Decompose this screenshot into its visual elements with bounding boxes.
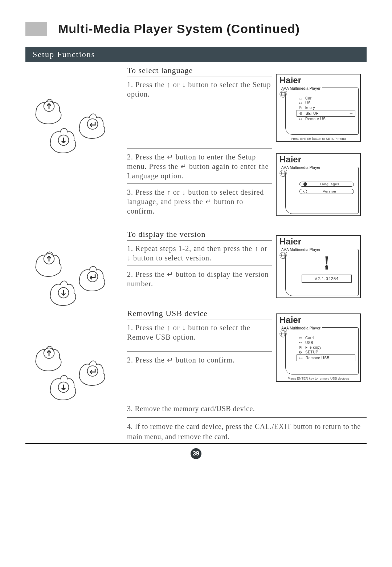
filecopy-icon: ⎘ bbox=[298, 106, 303, 110]
brand-label: Haier bbox=[277, 236, 360, 247]
menu-item-card: ▭Car bbox=[297, 96, 355, 101]
setup-icon: ⚙ bbox=[298, 350, 303, 354]
dot-empty-icon bbox=[303, 190, 307, 193]
hand-icons-group-3 bbox=[25, 342, 120, 404]
menu-item-filecopy: ⎘File copy bbox=[297, 345, 355, 350]
rem-step-4: 4. If to remove the card device, press t… bbox=[127, 421, 367, 442]
menu-list-4: ▭Card ⊷USB ⎘File copy ⚙SETUP ⊷Remove USB… bbox=[297, 329, 357, 361]
remove-usb-icon: ⊷ bbox=[298, 117, 303, 121]
rem-step-2: 2. Press the ↵ button to confirm. bbox=[127, 355, 272, 391]
usb-icon: ⊷ bbox=[298, 341, 303, 345]
screenshot-version: Haier AAA Multimedia Player ! ■ V2.1.042… bbox=[276, 235, 361, 298]
hand-down-button-icon bbox=[47, 124, 80, 157]
screenshot-remove-usb: Haier AAA Multimedia Player ▭Card ⊷USB ⎘… bbox=[276, 313, 361, 382]
hand-enter-button-icon bbox=[76, 109, 109, 142]
languages-pill: Languages bbox=[299, 182, 354, 187]
ver-step-1: 1. Repeat steps 1-2, and then press the … bbox=[127, 244, 272, 266]
instructions-column: To select language 1. Press the ↑ or ↓ b… bbox=[120, 66, 276, 404]
menu-item-usb: ⊷US bbox=[297, 101, 355, 105]
page-number: 39 bbox=[191, 448, 201, 459]
card-icon: ▭ bbox=[298, 96, 303, 100]
globe-icon bbox=[279, 90, 287, 98]
exclamation-dot-icon: ■ bbox=[297, 265, 357, 271]
dot-filled-icon bbox=[303, 182, 307, 186]
hand-buttons-column bbox=[25, 66, 120, 404]
player-title: AAA Multimedia Player bbox=[280, 166, 322, 170]
menu-list-1: ▭Car ⊷US ⎘le o y ⚙SETUP→ ⊷Remo e US bbox=[297, 89, 357, 121]
lang-step-2: 2. Press the ↵ button to enter the Setup… bbox=[127, 152, 272, 184]
menu-item-setup: ⚙SETUP bbox=[297, 350, 355, 355]
screenshot-languages: Haier AAA Multimedia Player Languages Ve… bbox=[276, 153, 361, 216]
globe-icon bbox=[279, 330, 287, 338]
svg-point-2 bbox=[87, 119, 98, 129]
screenshots-column: Haier AAA Multimedia Player ▭Car ⊷US ⎘le… bbox=[276, 66, 367, 404]
setup-icon: ⚙ bbox=[298, 112, 303, 116]
section-title-version: To display the version bbox=[127, 230, 272, 241]
hand-up-button-icon bbox=[33, 95, 65, 127]
card-icon: ▭ bbox=[298, 336, 303, 340]
version-number: V2.1.04254 bbox=[302, 275, 352, 283]
caption-4: Press ENTER key to remove USB devices bbox=[277, 376, 360, 381]
svg-point-5 bbox=[87, 271, 98, 282]
player-title: AAA Multimedia Player bbox=[280, 248, 322, 252]
screenshot-setup-menu: Haier AAA Multimedia Player ▭Car ⊷US ⎘le… bbox=[276, 74, 361, 142]
lang-step-1: 1. Press the ↑ or ↓ button to select the… bbox=[127, 80, 272, 149]
player-title: AAA Multimedia Player bbox=[280, 326, 322, 330]
menu-item-filecopy: ⎘le o y bbox=[297, 105, 355, 110]
brand-label: Haier bbox=[277, 74, 360, 85]
hand-down-button-icon bbox=[47, 371, 80, 404]
rem-step-3: 3. Remove the memory card/USB device. bbox=[127, 404, 367, 414]
menu-item-remove-usb: ⊷Remo e US bbox=[297, 117, 355, 121]
brand-label: Haier bbox=[277, 154, 360, 165]
menu-item-card: ▭Card bbox=[297, 336, 355, 340]
page-title: Multi-Media Player System (Continued) bbox=[58, 22, 367, 36]
brand-label: Haier bbox=[277, 314, 360, 325]
ver-step-2: 2. Press the ↵ button to display the ver… bbox=[127, 270, 272, 298]
section-title-language: To select language bbox=[127, 66, 272, 77]
setup-functions-header: Setup Functions bbox=[25, 47, 367, 62]
usb-icon: ⊷ bbox=[298, 101, 303, 105]
hand-icons-group-2 bbox=[25, 247, 120, 309]
arrow-right-icon: → bbox=[349, 111, 354, 116]
hand-enter-button-icon bbox=[76, 356, 109, 389]
rem-step-1: 1. Press the ↑ or ↓ button to select the… bbox=[127, 323, 272, 352]
player-title: AAA Multimedia Player bbox=[280, 86, 322, 90]
hand-up-button-icon bbox=[33, 247, 65, 280]
filecopy-icon: ⎘ bbox=[298, 345, 303, 349]
remove-usb-icon: ⊷ bbox=[298, 356, 303, 360]
version-pill: Version bbox=[299, 189, 354, 194]
globe-icon bbox=[279, 169, 287, 177]
hand-down-button-icon bbox=[47, 276, 80, 309]
caption-1: Press ENTER button to SETUP menu bbox=[277, 136, 360, 141]
hand-up-button-icon bbox=[33, 342, 65, 374]
hand-icons-group-1 bbox=[25, 95, 120, 157]
lang-step-3: 3. Press the ↑ or ↓ button to select des… bbox=[127, 187, 272, 219]
hand-enter-button-icon bbox=[76, 262, 109, 295]
globe-icon bbox=[279, 251, 287, 259]
section-title-remove-usb: Removing USB device bbox=[127, 309, 272, 320]
arrow-right-icon: → bbox=[349, 355, 354, 360]
menu-item-setup-selected: ⚙SETUP→ bbox=[297, 110, 355, 117]
menu-item-usb: ⊷USB bbox=[297, 340, 355, 345]
decorative-square bbox=[25, 22, 47, 36]
menu-item-remove-usb-selected: ⊷Remove USB→ bbox=[297, 355, 355, 361]
svg-point-8 bbox=[87, 366, 98, 376]
